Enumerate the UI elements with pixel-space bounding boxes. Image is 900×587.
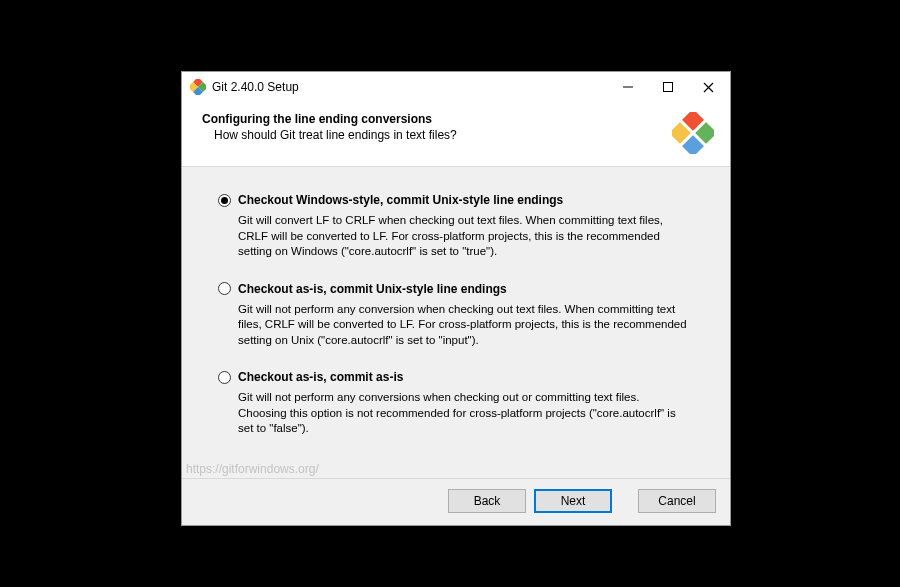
radio-icon	[218, 371, 231, 384]
radio-row[interactable]: Checkout as-is, commit as-is	[218, 370, 700, 384]
option-label: Checkout as-is, commit Unix-style line e…	[238, 282, 507, 296]
page-title: Configuring the line ending conversions	[202, 112, 457, 126]
radio-icon	[218, 194, 231, 207]
header-text: Configuring the line ending conversions …	[202, 112, 457, 142]
radio-icon	[218, 282, 231, 295]
close-button[interactable]	[688, 72, 728, 102]
window-controls	[608, 72, 728, 102]
option-description: Git will convert LF to CRLF when checkin…	[238, 213, 688, 260]
option-label: Checkout Windows-style, commit Unix-styl…	[238, 193, 563, 207]
option-description: Git will not perform any conversions whe…	[238, 390, 688, 437]
option-label: Checkout as-is, commit as-is	[238, 370, 403, 384]
watermark-link[interactable]: https://gitforwindows.org/	[186, 462, 319, 476]
radio-row[interactable]: Checkout as-is, commit Unix-style line e…	[218, 282, 700, 296]
maximize-button[interactable]	[648, 72, 688, 102]
option-checkout-asis-commit-unix: Checkout as-is, commit Unix-style line e…	[218, 282, 700, 349]
app-icon	[190, 79, 206, 95]
radio-row[interactable]: Checkout Windows-style, commit Unix-styl…	[218, 193, 700, 207]
next-button[interactable]: Next	[534, 489, 612, 513]
wizard-header: Configuring the line ending conversions …	[182, 102, 730, 167]
option-checkout-windows-commit-unix: Checkout Windows-style, commit Unix-styl…	[218, 193, 700, 260]
svg-rect-5	[664, 83, 673, 92]
option-checkout-asis-commit-asis: Checkout as-is, commit as-is Git will no…	[218, 370, 700, 437]
git-logo-icon	[672, 112, 714, 154]
wizard-body: Checkout Windows-style, commit Unix-styl…	[182, 167, 730, 478]
wizard-footer: Back Next Cancel	[182, 478, 730, 525]
option-description: Git will not perform any conversion when…	[238, 302, 688, 349]
minimize-button[interactable]	[608, 72, 648, 102]
window-title: Git 2.40.0 Setup	[212, 80, 608, 94]
cancel-button[interactable]: Cancel	[638, 489, 716, 513]
page-subtitle: How should Git treat line endings in tex…	[214, 128, 457, 142]
setup-window: Git 2.40.0 Setup Configuring the line en…	[181, 71, 731, 526]
titlebar: Git 2.40.0 Setup	[182, 72, 730, 102]
back-button[interactable]: Back	[448, 489, 526, 513]
